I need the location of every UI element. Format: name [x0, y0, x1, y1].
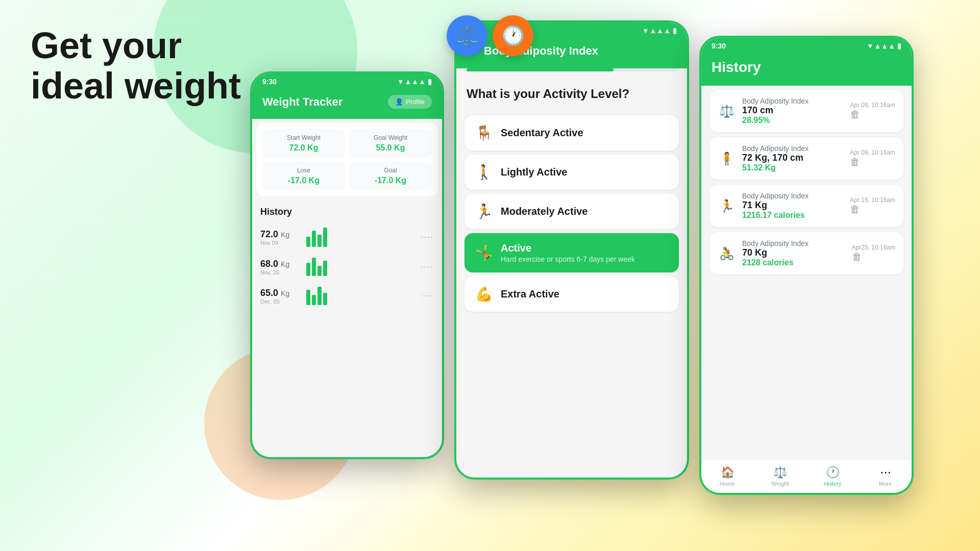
history-weight-2: 68.0 Kg Nov, 20: [260, 259, 301, 276]
wifi-icon-2: ▾: [644, 27, 647, 35]
record-content-2: Body Adiposity Index 72 Kg, 170 cm 51.32…: [742, 144, 844, 172]
bar: [317, 235, 322, 247]
history-item-2[interactable]: 68.0 Kg Nov, 20 ····: [260, 253, 434, 282]
history-record-4[interactable]: 🚴 Body Adiposity Index 70 Kg 2128 calori…: [709, 232, 903, 274]
bar: [323, 261, 327, 276]
record-icon-1: ⚖️: [718, 104, 736, 118]
app-icons-container: ⚖️ 🕐: [447, 15, 533, 56]
moderately-icon: 🏃: [475, 203, 493, 220]
bar: [306, 263, 310, 276]
profile-icon: 👤: [395, 98, 403, 106]
nav-more[interactable]: ⋯ More: [859, 464, 912, 489]
history-record-3[interactable]: 🏃 Body Adiposity Index 71 Kg 1216.17 cal…: [709, 185, 903, 227]
profile-button[interactable]: 👤 Profile: [388, 95, 432, 109]
activity-lightly[interactable]: 🚶 Lightly Active: [464, 155, 679, 190]
history-nav-icon: 🕐: [826, 466, 840, 479]
battery-icon-3: ▮: [897, 42, 901, 50]
history-item-1[interactable]: 72.0 Kg Nov 09 ····: [260, 222, 434, 253]
bar: [317, 266, 322, 276]
status-icons-1: ▾ ▲▲▲ ▮: [399, 78, 432, 86]
bar: [312, 231, 316, 247]
history-app-icon[interactable]: 🕐: [493, 15, 533, 56]
history-record-2[interactable]: 🧍 Body Adiposity Index 72 Kg, 170 cm 51.…: [709, 137, 903, 180]
battery-icon-2: ▮: [673, 27, 677, 35]
nav-weight[interactable]: ⚖️ Weight: [754, 464, 806, 489]
history-weight-1: 72.0 Kg Nov 09: [260, 229, 301, 246]
record-content-4: Body Adiposity Index 70 Kg 2128 calories: [742, 239, 846, 267]
phone3-header: History: [701, 54, 912, 86]
nav-history[interactable]: 🕐 History: [806, 464, 859, 489]
history-weight-3: 65.0 Kg Dec, 05: [260, 288, 301, 305]
bar: [323, 228, 327, 247]
delete-button-3[interactable]: 🗑: [850, 204, 895, 215]
activity-extra[interactable]: 💪 Extra Active: [464, 277, 679, 312]
delete-button-1[interactable]: 🗑: [850, 109, 895, 120]
active-icon: 🤸: [475, 244, 493, 261]
stats-grid: Start Weight 72.0 Kg Goal Weight 55.0 Kg…: [256, 123, 438, 196]
record-content-3: Body Adiposity Index 71 Kg 1216.17 calor…: [742, 192, 844, 220]
record-icon-4: 🚴: [718, 246, 736, 261]
history-page-title: History: [712, 59, 901, 76]
history-bars-2: [306, 258, 415, 276]
history-bars-1: [306, 228, 415, 247]
record-content-1: Body Adiposity Index 170 cm 28.95%: [742, 97, 844, 125]
history-record-1[interactable]: ⚖️ Body Adiposity Index 170 cm 28.95% Ap…: [709, 90, 903, 132]
phone1-header: Weight Tracker 👤 Profile: [252, 90, 442, 119]
bottom-nav: 🏠 Home ⚖️ Weight 🕐 History ⋯ More: [701, 459, 912, 493]
wifi-icon: ▾: [399, 78, 402, 86]
scale-app-icon[interactable]: ⚖️: [447, 15, 487, 56]
bar: [312, 258, 316, 276]
activity-active[interactable]: 🤸 Active Hard exercise or sports 6-7 day…: [464, 233, 679, 272]
extra-icon: 💪: [475, 286, 493, 303]
lightly-icon: 🚶: [475, 164, 493, 181]
phone-activity-level: 9:30 ▾ ▲▲▲ ▮ ← Body Adiposity Index What…: [454, 20, 689, 480]
record-icon-3: 🏃: [718, 199, 736, 213]
bar: [306, 237, 310, 247]
phone-weight-tracker: 9:30 ▾ ▲▲▲ ▮ Weight Tracker 👤 Profile St…: [250, 71, 444, 459]
sedentary-icon: 🪑: [475, 124, 493, 141]
signal-icon: ▲▲▲: [404, 78, 426, 86]
phone1-history-section: History 72.0 Kg Nov 09 ···· 68.0 Kg Nov,: [252, 201, 442, 317]
nav-home[interactable]: 🏠 Home: [701, 464, 754, 489]
bar: [323, 293, 327, 305]
weight-tracker-title: Weight Tracker: [262, 95, 342, 109]
history-records-list: ⚖️ Body Adiposity Index 170 cm 28.95% Ap…: [701, 86, 912, 284]
battery-icon: ▮: [428, 78, 432, 86]
bar: [306, 290, 310, 305]
signal-icon-3: ▲▲▲: [874, 42, 895, 50]
history-item-3[interactable]: 65.0 Kg Dec, 05 ····: [260, 282, 434, 311]
bar: [317, 287, 322, 305]
more-icon: ⋯: [880, 466, 891, 479]
status-bar-3: 9:30 ▾ ▲▲▲ ▮: [701, 38, 912, 54]
record-icon-2: 🧍: [718, 152, 736, 166]
stat-start-weight: Start Weight 72.0 Kg: [262, 129, 345, 158]
activity-sedentary[interactable]: 🪑 Sedentary Active: [464, 115, 679, 151]
history-bars-3: [306, 287, 415, 305]
status-bar-1: 9:30 ▾ ▲▲▲ ▮: [252, 73, 442, 90]
weight-icon: ⚖️: [773, 466, 787, 479]
progress-bar-fill: [467, 68, 614, 71]
activity-moderately[interactable]: 🏃 Moderately Active: [464, 194, 679, 229]
progress-bar-container: [467, 68, 677, 71]
stat-goal: Goal -17.0 Kg: [349, 162, 432, 190]
bar: [312, 295, 316, 305]
delete-button-4[interactable]: 🗑: [852, 251, 895, 263]
home-icon: 🏠: [721, 466, 734, 479]
phones-container: 9:30 ▾ ▲▲▲ ▮ Weight Tracker 👤 Profile St…: [194, 20, 970, 495]
wifi-icon-3: ▾: [868, 42, 872, 50]
stat-lose: Lose -17.0 Kg: [262, 162, 345, 190]
signal-icon-2: ▲▲▲: [649, 27, 671, 35]
stat-goal-weight: Goal Weight 55.0 Kg: [349, 129, 432, 158]
delete-button-2[interactable]: 🗑: [850, 156, 895, 168]
activity-question: What is your Activity Level?: [456, 82, 687, 111]
phone-history: 9:30 ▾ ▲▲▲ ▮ History ⚖️ Body Adiposity I…: [699, 36, 914, 495]
